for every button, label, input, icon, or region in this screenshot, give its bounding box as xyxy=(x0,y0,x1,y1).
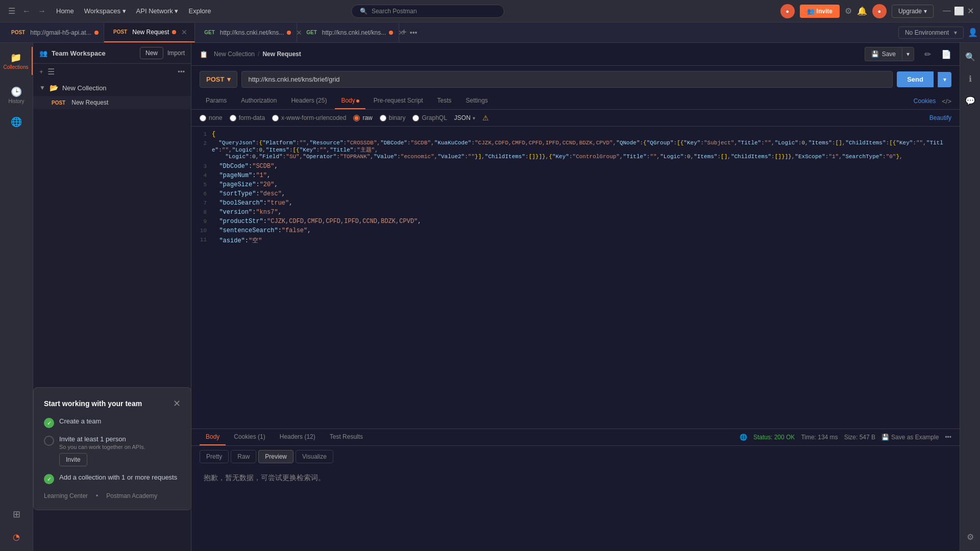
workspace-name: Team Workspace xyxy=(52,49,136,57)
body-formdata-radio[interactable] xyxy=(230,115,236,121)
import-button[interactable]: Import xyxy=(167,49,185,57)
method-selector[interactable]: POST ▾ xyxy=(200,71,237,88)
tab-settings[interactable]: Settings xyxy=(460,93,494,109)
status-code: Status: 200 OK xyxy=(753,434,795,441)
menu-items: Home Workspaces ▾ API Network ▾ Explore xyxy=(56,7,211,15)
resp-tab-headers[interactable]: Headers (12) xyxy=(274,429,322,445)
docs-icon[interactable]: 📄 xyxy=(941,49,951,59)
tab-bar: POST http://gmail-h5-api.at... ✕ POST Ne… xyxy=(0,22,980,43)
tab-get-kns-2[interactable]: GET http://kns.cnki.net/kns... ✕ xyxy=(297,23,399,42)
forward-icon[interactable]: → xyxy=(36,5,48,18)
right-sidebar-history[interactable]: ⚙ xyxy=(960,527,980,547)
add-collection-icon[interactable]: + xyxy=(39,68,43,76)
body-formdata-option[interactable]: form-data xyxy=(230,114,265,121)
left-panel-header: 👥 Team Workspace New Import xyxy=(33,43,191,64)
resp-tab-test-results[interactable]: Test Results xyxy=(324,429,369,445)
environment-selector[interactable]: No Environment ▾ xyxy=(898,27,964,39)
back-icon[interactable]: ← xyxy=(20,5,33,18)
save-as-example-button[interactable]: 💾 Save as Example xyxy=(881,434,939,441)
more-options-icon[interactable]: ••• xyxy=(178,68,185,76)
body-raw-radio[interactable] xyxy=(353,115,360,121)
sidebar-item-collections[interactable]: 📁 Collections xyxy=(0,47,33,75)
json-format-selector[interactable]: JSON ▾ xyxy=(454,114,475,121)
tab-pre-request[interactable]: Pre-request Script xyxy=(368,93,429,109)
right-sidebar-info[interactable]: ℹ xyxy=(960,69,980,89)
save-dropdown-button[interactable]: ▾ xyxy=(902,47,914,61)
maximize-icon[interactable]: ⬜ xyxy=(954,6,964,16)
postman-academy-link[interactable]: Postman Academy xyxy=(106,492,157,499)
code-editor[interactable]: 1 { 2 "QueryJson":{"Platform":"","Resour… xyxy=(191,127,960,429)
sort-icon[interactable]: ☰ xyxy=(47,67,55,77)
collection-new[interactable]: ▼ 📂 New Collection xyxy=(33,80,191,96)
tab-tests[interactable]: Tests xyxy=(431,93,457,109)
beautify-button[interactable]: Beautify xyxy=(929,114,951,121)
edit-icon[interactable]: ✏ xyxy=(924,49,931,59)
notifications-icon[interactable]: 🔔 xyxy=(857,6,867,16)
tab-body[interactable]: Body xyxy=(335,93,365,109)
right-sidebar-comments[interactable]: 💬 xyxy=(960,91,980,111)
save-main-button[interactable]: 💾 Save xyxy=(865,47,902,61)
sidebar-item-environments[interactable]: 🌐 xyxy=(0,111,33,133)
home-link[interactable]: Home xyxy=(56,7,74,15)
close-tab-icon[interactable]: ✕ xyxy=(181,28,187,36)
tab-get-kns-1[interactable]: GET http://kns.cnki.net/kns... ✕ xyxy=(195,23,297,42)
avatar[interactable]: ● xyxy=(780,4,795,18)
body-urlencoded-radio[interactable] xyxy=(272,115,279,121)
tab-headers[interactable]: Headers (25) xyxy=(285,93,333,109)
tab-new-request[interactable]: POST New Request ✕ xyxy=(104,23,195,42)
code-icon[interactable]: </> xyxy=(942,97,951,105)
view-tab-pretty[interactable]: Pretty xyxy=(200,450,229,463)
body-raw-option[interactable]: raw xyxy=(353,114,372,121)
new-button[interactable]: New xyxy=(140,47,163,59)
menu-icon[interactable]: ☰ xyxy=(6,4,17,18)
explore-link[interactable]: Explore xyxy=(188,7,211,15)
resp-tab-body[interactable]: Body xyxy=(200,429,226,445)
resp-tab-cookies[interactable]: Cookies (1) xyxy=(228,429,271,445)
view-tab-visualize[interactable]: Visualize xyxy=(296,450,333,463)
upgrade-button[interactable]: Upgrade ▾ xyxy=(892,5,934,18)
api-network-menu[interactable]: API Network ▾ xyxy=(136,7,179,15)
tab-unsaved-dot xyxy=(172,30,176,34)
body-binary-radio[interactable] xyxy=(380,115,386,121)
tab-gmail[interactable]: POST http://gmail-h5-api.at... ✕ xyxy=(2,23,104,42)
user-avatar[interactable]: ● xyxy=(872,4,887,18)
environments-icon: 🌐 xyxy=(11,116,22,128)
right-sidebar-search[interactable]: 🔍 xyxy=(960,47,980,67)
popup-invite-button[interactable]: Invite xyxy=(59,453,87,466)
sidebar-item-history[interactable]: 🕒 History xyxy=(0,81,33,109)
response-more-icon[interactable]: ••• xyxy=(945,434,951,441)
learning-center-link[interactable]: Learning Center xyxy=(44,492,88,499)
view-tab-preview[interactable]: Preview xyxy=(258,450,293,463)
body-graphql-radio[interactable] xyxy=(412,115,419,121)
sidebar-item-new[interactable]: ⊞ xyxy=(0,504,33,525)
close-tab-icon[interactable]: ✕ xyxy=(398,29,404,37)
check-empty-icon xyxy=(44,436,54,446)
body-graphql-option[interactable]: GraphQL xyxy=(412,114,447,121)
workspaces-menu[interactable]: Workspaces ▾ xyxy=(84,7,126,15)
account-icon[interactable]: 👤 xyxy=(968,28,978,37)
code-line-11: 11 "aside":"空" xyxy=(191,236,960,245)
checklist-text-2: Add a collection with 1 or more requests xyxy=(59,473,177,481)
close-icon[interactable]: ✕ xyxy=(967,6,974,16)
cookies-button[interactable]: Cookies xyxy=(914,97,936,105)
view-tab-raw[interactable]: Raw xyxy=(231,450,256,463)
send-button[interactable]: Send xyxy=(897,71,934,87)
body-binary-option[interactable]: binary xyxy=(380,114,406,121)
body-none-option[interactable]: none xyxy=(200,114,223,121)
tab-unsaved-dot xyxy=(389,31,393,35)
response-area: Body Cookies (1) Headers (12) Test Resul… xyxy=(191,429,960,551)
response-status: 🌐 Status: 200 OK Time: 134 ms Size: 547 … xyxy=(740,434,951,441)
minimize-icon[interactable]: — xyxy=(943,6,951,16)
request-item-new[interactable]: POST New Request xyxy=(33,96,191,109)
sidebar-bottom-icon[interactable]: ◔ xyxy=(0,527,33,547)
body-urlencoded-option[interactable]: x-www-form-urlencoded xyxy=(272,114,346,121)
send-dropdown-button[interactable]: ▾ xyxy=(938,72,951,87)
tab-authorization[interactable]: Authorization xyxy=(235,93,283,109)
search-box[interactable]: 🔍 Search Postman xyxy=(351,5,504,18)
body-none-radio[interactable] xyxy=(200,115,206,121)
url-input[interactable] xyxy=(241,71,893,88)
settings-icon[interactable]: ⚙ xyxy=(845,6,852,16)
tab-params[interactable]: Params xyxy=(200,93,233,109)
popup-close-button[interactable]: ✕ xyxy=(173,398,181,409)
invite-button[interactable]: 👥 Invite xyxy=(800,5,840,18)
